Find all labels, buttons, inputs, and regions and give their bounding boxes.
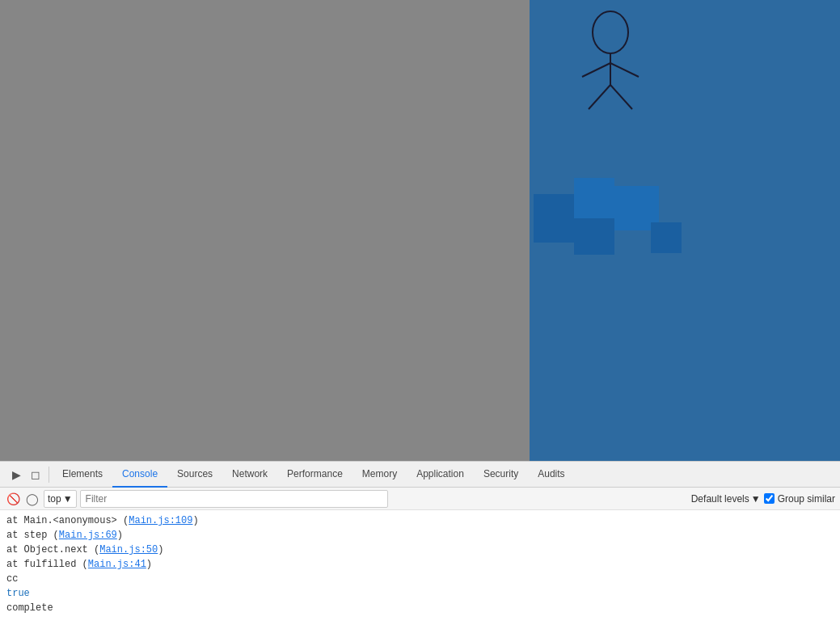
console-output: at Main.<anonymous> (Main.js:109) at ste…	[0, 510, 840, 642]
svg-line-2	[582, 63, 610, 77]
tab-console[interactable]: Console	[112, 462, 167, 488]
tab-performance[interactable]: Performance	[277, 462, 352, 488]
main-js-69-link[interactable]: Main.js:69	[59, 530, 117, 541]
console-line-3: at Object.next (Main.js:50)	[6, 543, 834, 557]
chevron-down-icon: ▼	[751, 493, 761, 505]
svg-point-0	[593, 11, 628, 53]
main-js-50-link[interactable]: Main.js:50	[99, 544, 158, 555]
svg-rect-7	[574, 178, 614, 218]
svg-line-3	[610, 63, 639, 77]
svg-line-5	[610, 85, 632, 109]
tab-application[interactable]: Application	[407, 462, 474, 488]
devtools-icon-buttons: ▶ ◻	[3, 467, 49, 483]
stick-figure	[566, 8, 663, 113]
default-levels-label: Default levels	[691, 493, 749, 505]
tab-security[interactable]: Security	[474, 462, 528, 488]
tab-audits[interactable]: Audits	[528, 462, 574, 488]
context-label: top	[48, 493, 61, 505]
blocks-pattern	[534, 178, 695, 267]
console-line-4: at fulfilled (Main.js:41)	[6, 557, 834, 572]
svg-line-4	[589, 85, 610, 109]
tab-network[interactable]: Network	[222, 462, 277, 488]
console-line-2: at step (Main.js:69)	[6, 528, 834, 543]
chevron-down-icon: ▼	[63, 493, 73, 505]
block-icon[interactable]: ◯	[24, 491, 40, 507]
console-complete: complete	[6, 601, 834, 615]
svg-rect-10	[651, 222, 682, 253]
filter-input[interactable]	[80, 490, 388, 508]
clear-console-icon[interactable]: 🚫	[5, 491, 21, 507]
console-true: true	[6, 586, 834, 601]
inspect-icon[interactable]: ▶	[8, 467, 24, 483]
devtools-panel: ▶ ◻ Elements Console Sources Network Per…	[0, 461, 840, 642]
left-canvas	[0, 0, 530, 461]
main-canvas	[0, 0, 840, 461]
main-js-41-link[interactable]: Main.js:41	[88, 559, 146, 570]
group-similar-checkbox[interactable]	[764, 493, 775, 504]
right-canvas	[530, 0, 840, 461]
devtools-toolbar: 🚫 ◯ top ▼ Default levels ▼ Group similar	[0, 488, 840, 510]
main-js-109-link[interactable]: Main.js:109	[129, 515, 192, 526]
tab-elements[interactable]: Elements	[53, 462, 112, 488]
svg-rect-8	[574, 218, 614, 255]
context-selector[interactable]: top ▼	[44, 490, 77, 508]
group-similar-label: Group similar	[778, 493, 835, 505]
console-cc: cc	[6, 572, 834, 586]
tab-sources[interactable]: Sources	[167, 462, 222, 488]
console-line-1: at Main.<anonymous> (Main.js:109)	[6, 513, 834, 528]
devtools-tabs-bar: ▶ ◻ Elements Console Sources Network Per…	[0, 462, 840, 488]
device-icon[interactable]: ◻	[27, 467, 44, 483]
group-similar-control: Group similar	[764, 493, 835, 505]
tab-memory[interactable]: Memory	[352, 462, 407, 488]
default-levels-dropdown[interactable]: Default levels ▼	[691, 493, 761, 505]
